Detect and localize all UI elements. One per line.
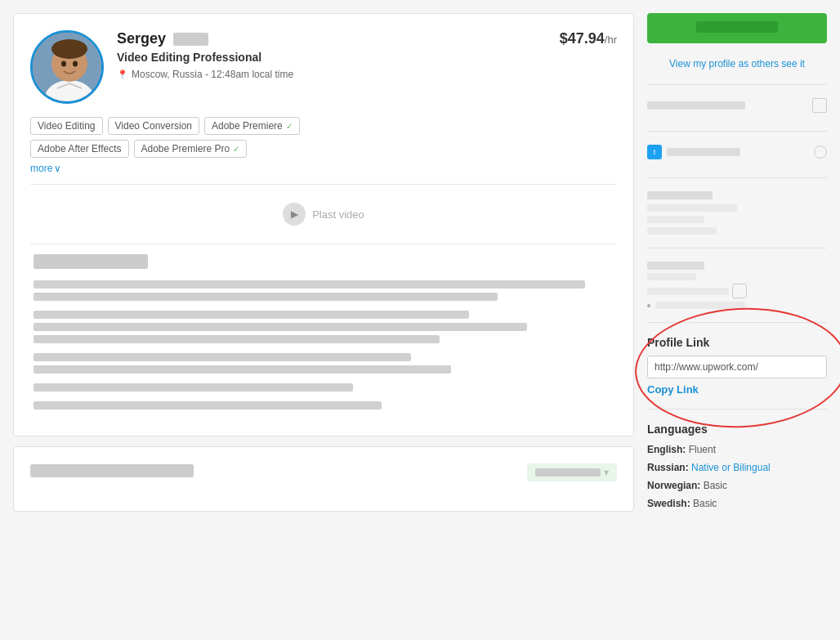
video-placeholder[interactable]: ▶ Plast video [30, 195, 617, 234]
more-skills-link[interactable]: more ∨ [30, 163, 617, 174]
profile-link-title: Profile Link [647, 336, 827, 349]
language-norwegian: Norwegian: Basic [647, 478, 827, 493]
svg-point-6 [73, 61, 78, 67]
russian-level[interactable]: Native or Bilingual [691, 462, 771, 473]
sidebar-divider-4 [647, 248, 827, 248]
last-name-blurred [173, 33, 208, 46]
sidebar: View my profile as others see it t [647, 13, 827, 517]
languages-title: Languages [647, 423, 827, 436]
work-history-filter-button[interactable]: ▾ [527, 463, 617, 481]
check-icon: ✓ [286, 122, 293, 131]
avatar [30, 30, 104, 104]
video-label: Plast video [312, 208, 364, 221]
description-para-5 [34, 401, 614, 410]
description-para-1 [34, 280, 614, 301]
sidebar-blurred-section-3 [647, 188, 827, 238]
profile-title: Video Editing Professional [117, 51, 547, 64]
sidebar-divider-6 [647, 409, 827, 410]
skill-tag-video-conversion[interactable]: Video Conversion [108, 117, 200, 135]
description-para-3 [34, 353, 614, 374]
sidebar-blurred-section-4 [647, 258, 827, 312]
sidebar-blurred-section-1 [647, 95, 827, 121]
description-section [30, 254, 617, 410]
swedish-level: Basic [693, 498, 717, 509]
profile-link-section: Profile Link Copy Link [647, 333, 827, 399]
sidebar-divider-5 [647, 322, 827, 323]
work-history-header: ▾ [30, 463, 617, 481]
more-label: more [30, 163, 52, 174]
sidebar-divider-1 [647, 84, 827, 85]
profile-rate: $47.94/hr [560, 30, 617, 47]
work-history-title [30, 464, 194, 481]
copy-link-label: Copy Link [647, 383, 699, 396]
language-russian: Russian: Native or Bilingual [647, 460, 827, 475]
first-name: Sergey [117, 30, 166, 47]
cta-button[interactable] [647, 13, 827, 43]
divider-2 [30, 244, 617, 244]
sidebar-divider-3 [647, 177, 827, 178]
check-icon-2: ✓ [233, 145, 239, 154]
language-english: English: Fluent [647, 442, 827, 457]
profile-link-input[interactable] [647, 356, 827, 378]
profile-location: 📍 Moscow, Russia - 12:48am local time [117, 69, 547, 80]
chevron-down-icon: ∨ [54, 163, 61, 174]
divider [30, 184, 617, 185]
english-level: Fluent [689, 444, 716, 455]
svg-point-4 [51, 39, 87, 59]
skill-tag-adobe-premiere[interactable]: Adobe Premiere ✓ [204, 117, 300, 135]
copy-link-button[interactable]: Copy Link [647, 383, 699, 396]
description-title [34, 254, 614, 272]
rate-value: $47.94 [560, 30, 605, 47]
play-icon: ▶ [283, 203, 306, 226]
description-para-2 [34, 311, 614, 343]
rate-unit: /hr [605, 34, 617, 46]
location-text: Moscow, Russia - 12:48am local time [132, 69, 293, 80]
profile-card: Sergey Video Editing Professional 📍 Mosc… [13, 13, 634, 436]
languages-section: Languages English: Fluent Russian: Nativ… [647, 419, 827, 517]
chevron-down-icon-work: ▾ [604, 467, 609, 478]
skill-tag-premiere-pro[interactable]: Adobe Premiere Pro ✓ [134, 140, 248, 158]
main-content: Sergey Video Editing Professional 📍 Mosc… [13, 13, 634, 517]
norwegian-level: Basic [704, 480, 727, 491]
view-profile-link[interactable]: View my profile as others see it [647, 53, 827, 74]
skill-tag-video-editing[interactable]: Video Editing [30, 117, 103, 135]
skills-section: Video Editing Video Conversion Adobe Pre… [30, 117, 617, 174]
skill-tag-after-effects[interactable]: Adobe After Effects [30, 140, 129, 158]
profile-header: Sergey Video Editing Professional 📍 Mosc… [30, 30, 617, 104]
sidebar-divider-2 [647, 131, 827, 132]
twitter-icon: t [647, 145, 662, 159]
profile-info: Sergey Video Editing Professional 📍 Mosc… [117, 30, 547, 80]
skill-tags: Video Editing Video Conversion Adobe Pre… [30, 117, 617, 135]
svg-point-5 [61, 61, 66, 67]
location-icon: 📍 [117, 69, 128, 80]
work-history-card: ▾ [13, 446, 634, 512]
description-para-4 [34, 383, 614, 392]
skill-tags-row2: Adobe After Effects Adobe Premiere Pro ✓ [30, 140, 617, 158]
view-profile-text: View my profile as others see it [669, 58, 805, 69]
language-swedish: Swedish: Basic [647, 496, 827, 511]
sidebar-blurred-section-2: t [647, 141, 827, 168]
profile-name: Sergey [117, 30, 547, 47]
